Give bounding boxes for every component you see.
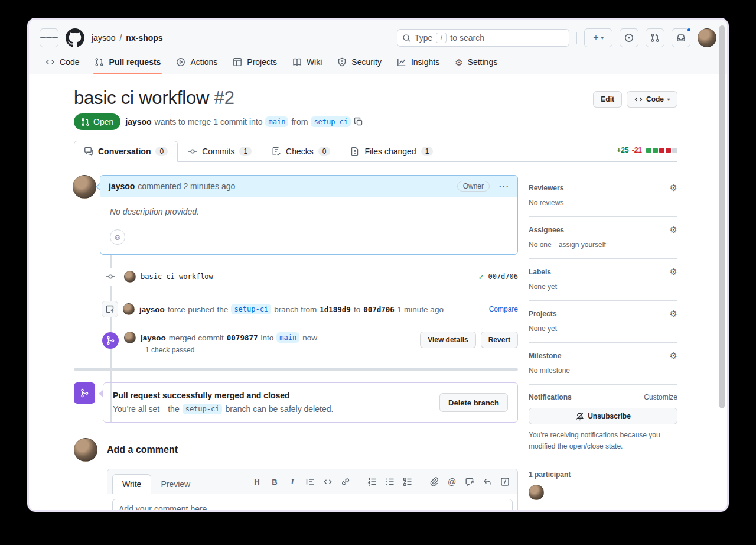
unsubscribe-button[interactable]: Unsubscribe xyxy=(529,408,677,424)
nav-tab-insights[interactable]: Insights xyxy=(391,51,445,74)
participant-avatar[interactable] xyxy=(529,485,544,500)
quote-icon[interactable] xyxy=(302,475,318,489)
comment-author[interactable]: jaysoo xyxy=(109,181,135,191)
tab-counter: 0 xyxy=(318,147,331,156)
edit-button[interactable]: Edit xyxy=(593,91,622,108)
gear-icon[interactable]: ⚙ xyxy=(670,183,677,192)
comment-form: Write Preview H B I xyxy=(107,469,518,512)
participants-label: 1 participant xyxy=(529,471,677,479)
tab-checks[interactable]: Checks 0 xyxy=(262,141,340,162)
saved-replies-icon[interactable] xyxy=(480,475,495,489)
breadcrumb-owner[interactable]: jaysoo xyxy=(92,33,115,43)
cross-reference-icon[interactable] xyxy=(462,475,477,489)
ordered-list-icon[interactable] xyxy=(364,475,380,489)
book-icon xyxy=(292,57,302,67)
mention-icon[interactable]: @ xyxy=(444,475,460,489)
pull-requests-button[interactable] xyxy=(646,28,664,47)
revert-button[interactable]: Revert xyxy=(481,332,518,348)
window-scrollbar[interactable] xyxy=(719,25,725,408)
link-icon[interactable] xyxy=(338,475,353,489)
add-reaction-button[interactable]: ☺ xyxy=(110,229,125,245)
deletions-count: -21 xyxy=(632,146,642,154)
inbox-button[interactable] xyxy=(672,28,690,47)
bell-slash-icon xyxy=(575,412,584,421)
nav-tab-code[interactable]: Code xyxy=(40,51,85,74)
merged-sha[interactable]: 0079877 xyxy=(227,333,258,342)
tab-conversation[interactable]: Conversation 0 xyxy=(74,141,178,162)
comment-header: jaysoo commented 2 minutes ago Owner ⋯ xyxy=(100,176,517,197)
head-branch-chip[interactable]: setup-ci xyxy=(311,116,351,127)
notification-dot xyxy=(686,27,692,33)
github-logo-icon[interactable] xyxy=(66,28,84,47)
comment-textarea[interactable] xyxy=(112,499,513,512)
gear-icon[interactable]: ⚙ xyxy=(670,267,677,276)
user-avatar[interactable] xyxy=(698,28,716,47)
hamburger-menu-button[interactable] xyxy=(40,28,58,47)
comment-body: No description provided. xyxy=(110,207,508,216)
check-success-icon[interactable]: ✓ xyxy=(479,272,484,281)
sidebar-section-assignees: Assignees ⚙ No one—assign yourself xyxy=(529,217,677,259)
table-icon xyxy=(233,57,242,67)
search-placeholder-post: to search xyxy=(450,33,484,43)
smiley-icon: ☺ xyxy=(113,232,122,242)
nav-tab-projects[interactable]: Projects xyxy=(227,51,283,74)
customize-link[interactable]: Customize xyxy=(644,393,677,401)
head-branch-chip[interactable]: setup-ci xyxy=(231,304,271,314)
delete-branch-button[interactable]: Delete branch xyxy=(439,393,508,412)
assign-yourself-link[interactable]: assign yourself xyxy=(559,241,606,249)
event-author[interactable]: jaysoo xyxy=(141,333,166,342)
heading-icon[interactable]: H xyxy=(249,475,265,489)
preview-tab[interactable]: Preview xyxy=(151,475,200,494)
event-author[interactable]: jaysoo xyxy=(139,305,165,314)
head-branch-chip[interactable]: setup-ci xyxy=(183,404,223,414)
kebab-menu-icon[interactable]: ⋯ xyxy=(498,181,509,192)
write-tab[interactable]: Write xyxy=(112,474,151,494)
bold-icon[interactable]: B xyxy=(267,475,282,489)
attach-file-icon[interactable] xyxy=(426,475,442,489)
event-author-avatar[interactable] xyxy=(124,332,136,343)
diff-block xyxy=(672,148,677,153)
comment-author-avatar[interactable] xyxy=(73,175,96,199)
commit-message[interactable]: basic ci workflow xyxy=(141,272,213,281)
diffstat: +25 -21 xyxy=(617,146,677,154)
nav-tab-actions[interactable]: Actions xyxy=(170,51,223,74)
tab-commits[interactable]: Commits 1 xyxy=(178,141,262,162)
code-dropdown-button[interactable]: Code ▾ xyxy=(627,91,677,108)
nav-tab-pull-requests[interactable]: Pull requests xyxy=(89,51,167,74)
nav-tab-wiki[interactable]: Wiki xyxy=(286,51,328,74)
projects-value: None yet xyxy=(529,325,677,333)
code-icon[interactable] xyxy=(320,475,335,489)
unordered-list-icon[interactable] xyxy=(382,475,397,489)
create-new-button[interactable]: + ▾ xyxy=(584,28,612,47)
commit-sha[interactable]: 007d706 xyxy=(488,272,518,281)
breadcrumb-repo[interactable]: nx-shops xyxy=(126,33,162,43)
base-branch-chip[interactable]: main xyxy=(276,332,299,343)
copy-icon[interactable] xyxy=(354,117,363,126)
event-author-avatar[interactable] xyxy=(123,303,135,315)
comment-caret xyxy=(96,183,100,191)
slash-commands-icon[interactable] xyxy=(497,475,513,489)
gear-icon[interactable]: ⚙ xyxy=(670,309,677,318)
italic-icon[interactable]: I xyxy=(285,475,300,489)
pr-state-badge: Open xyxy=(74,113,120,130)
git-commit-icon xyxy=(188,147,197,156)
task-list-icon[interactable] xyxy=(400,475,415,489)
search-input[interactable]: Type / to search xyxy=(397,29,569,47)
compare-link[interactable]: Compare xyxy=(489,305,518,313)
search-icon xyxy=(402,34,411,43)
pr-author[interactable]: jaysoo xyxy=(125,117,151,126)
tab-files-changed[interactable]: Files changed 1 xyxy=(340,141,443,162)
commit-event: basic ci workflow ✓ 007d706 xyxy=(102,268,518,286)
issues-button[interactable] xyxy=(620,28,638,47)
force-pushed-link[interactable]: force-pushed xyxy=(168,305,214,314)
checks-status[interactable]: 1 check passed xyxy=(145,346,317,354)
commit-author-avatar[interactable] xyxy=(124,271,136,283)
nav-tab-security[interactable]: Security xyxy=(331,51,387,74)
gear-icon[interactable]: ⚙ xyxy=(670,351,677,360)
nav-tab-settings[interactable]: ⚙ Settings xyxy=(449,51,503,74)
view-details-button[interactable]: View details xyxy=(420,332,475,348)
old-sha[interactable]: 1d189d9 xyxy=(320,305,351,314)
new-sha[interactable]: 007d706 xyxy=(363,305,395,314)
base-branch-chip[interactable]: main xyxy=(265,116,288,127)
gear-icon[interactable]: ⚙ xyxy=(670,225,677,234)
